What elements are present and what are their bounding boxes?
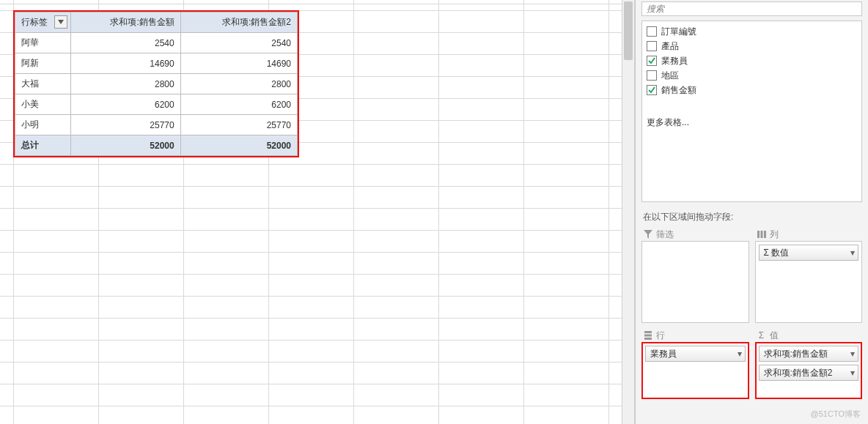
checkbox-icon[interactable] [647, 26, 657, 37]
zone-pill[interactable]: 求和项:銷售金額2 ▾ [759, 365, 859, 381]
field-label: 地區 [661, 70, 679, 82]
zone-body-columns[interactable]: Σ 数值 ▾ [755, 241, 863, 323]
field-item[interactable]: 產品 [647, 39, 857, 53]
scrollbar-thumb[interactable] [624, 1, 633, 60]
row-label: 阿華 [15, 33, 71, 53]
pivot-header-rowlabel[interactable]: 行标签 [15, 12, 71, 33]
vertical-scrollbar[interactable] [622, 0, 634, 424]
chevron-down-icon: ▾ [738, 349, 742, 359]
svg-rect-3 [644, 331, 652, 333]
zone-rows: 行 業務員 ▾ [641, 329, 749, 399]
pivot-header-col2[interactable]: 求和项:銷售金額2 [180, 12, 297, 33]
field-item[interactable]: 業務員 [647, 53, 857, 68]
total-val2: 52000 [180, 135, 297, 156]
zone-pill[interactable]: 求和项:銷售金額 ▾ [759, 346, 859, 362]
drag-hint-label: 在以下区域间拖动字段: [636, 205, 868, 228]
row-label: 小明 [15, 115, 71, 135]
total-val1: 52000 [71, 135, 181, 156]
zone-pill[interactable]: 業務員 ▾ [645, 346, 746, 362]
filter-icon [643, 230, 653, 239]
row-val1: 6200 [71, 94, 181, 115]
field-item[interactable]: 地區 [647, 68, 857, 83]
pivot-field-list-pane: 搜索 訂單編號 產品 業務員 地區 [635, 0, 868, 424]
pill-label: 求和项:銷售金額 [764, 348, 828, 360]
drop-zones: 筛选 列 Σ 数值 ▾ 行 [636, 228, 868, 424]
table-total-row[interactable]: 总计 52000 52000 [15, 135, 298, 156]
pill-label: 業務員 [650, 348, 677, 360]
checkbox-icon[interactable] [647, 41, 657, 51]
table-row[interactable]: 阿華 2540 2540 [15, 33, 298, 53]
row-val2: 2540 [180, 33, 297, 53]
row-label: 小美 [15, 94, 71, 115]
pivot-table-highlight: 行标签 求和项:銷售金額 求和项:銷售金額2 阿華 2540 2540 阿新 [13, 10, 299, 157]
svg-rect-0 [757, 231, 760, 238]
zone-body-filter[interactable] [641, 241, 749, 323]
field-label: 訂單編號 [661, 26, 696, 38]
zone-title: 行 [656, 330, 665, 342]
columns-icon [757, 230, 767, 239]
row-val1: 25770 [71, 115, 181, 135]
svg-rect-5 [644, 338, 652, 340]
zone-body-values[interactable]: 求和项:銷售金額 ▾ 求和项:銷售金額2 ▾ [755, 342, 863, 399]
row-val2: 14690 [180, 53, 297, 74]
chevron-down-icon: ▾ [850, 349, 855, 359]
pivot-table[interactable]: 行标签 求和项:銷售金額 求和项:銷售金額2 阿華 2540 2540 阿新 [15, 12, 298, 156]
zone-pill[interactable]: Σ 数值 ▾ [759, 245, 859, 261]
row-val2: 2800 [180, 74, 297, 94]
row-val1: 14690 [71, 53, 181, 74]
field-label: 銷售金額 [661, 84, 696, 97]
field-list[interactable]: 訂單編號 產品 業務員 地區 銷售金額 更多表格... [641, 21, 862, 202]
zone-filter: 筛选 [641, 228, 749, 323]
row-label: 大福 [15, 74, 71, 94]
row-val1: 2800 [71, 74, 181, 94]
zone-body-rows[interactable]: 業務員 ▾ [641, 342, 749, 399]
field-label: 業務員 [661, 55, 688, 67]
zone-columns: 列 Σ 数值 ▾ [755, 228, 863, 323]
pivot-header-rowlabel-text: 行标签 [21, 17, 48, 27]
row-val2: 25770 [180, 115, 297, 135]
spreadsheet-area[interactable]: 行标签 求和项:銷售金額 求和项:銷售金額2 阿華 2540 2540 阿新 [0, 0, 635, 424]
checkbox-icon[interactable] [647, 70, 657, 81]
chevron-down-icon [58, 20, 64, 24]
checkbox-icon[interactable] [647, 85, 657, 95]
row-val2: 6200 [180, 94, 297, 115]
field-item[interactable]: 銷售金額 [647, 83, 857, 97]
total-label: 总计 [15, 135, 71, 156]
more-tables-link[interactable]: 更多表格... [647, 116, 857, 129]
rows-icon [643, 331, 653, 340]
row-label-filter-button[interactable] [54, 15, 67, 29]
row-label: 阿新 [15, 53, 71, 74]
sigma-icon: Σ [757, 330, 767, 341]
zone-title: 筛选 [656, 228, 674, 241]
table-row[interactable]: 大福 2800 2800 [15, 74, 298, 94]
table-row[interactable]: 小明 25770 25770 [15, 115, 298, 135]
pill-label: Σ 数值 [764, 247, 790, 259]
field-search-input[interactable]: 搜索 [641, 1, 862, 16]
zone-title: 列 [770, 228, 779, 241]
chevron-down-icon: ▾ [850, 248, 855, 258]
row-val1: 2540 [71, 33, 181, 53]
checkbox-icon[interactable] [647, 56, 657, 66]
svg-rect-2 [764, 231, 766, 238]
zone-title: 值 [770, 330, 779, 342]
table-row[interactable]: 小美 6200 6200 [15, 94, 298, 115]
chevron-down-icon: ▾ [850, 368, 855, 378]
field-label: 產品 [661, 40, 679, 53]
pivot-header-col1[interactable]: 求和项:銷售金額 [71, 12, 181, 33]
field-item[interactable]: 訂單編號 [647, 24, 857, 39]
svg-rect-1 [760, 231, 762, 238]
svg-rect-4 [644, 335, 652, 337]
table-row[interactable]: 阿新 14690 14690 [15, 53, 298, 74]
pill-label: 求和项:銷售金額2 [764, 367, 833, 379]
zone-values: Σ 值 求和项:銷售金額 ▾ 求和项:銷售金額2 ▾ [755, 329, 863, 399]
